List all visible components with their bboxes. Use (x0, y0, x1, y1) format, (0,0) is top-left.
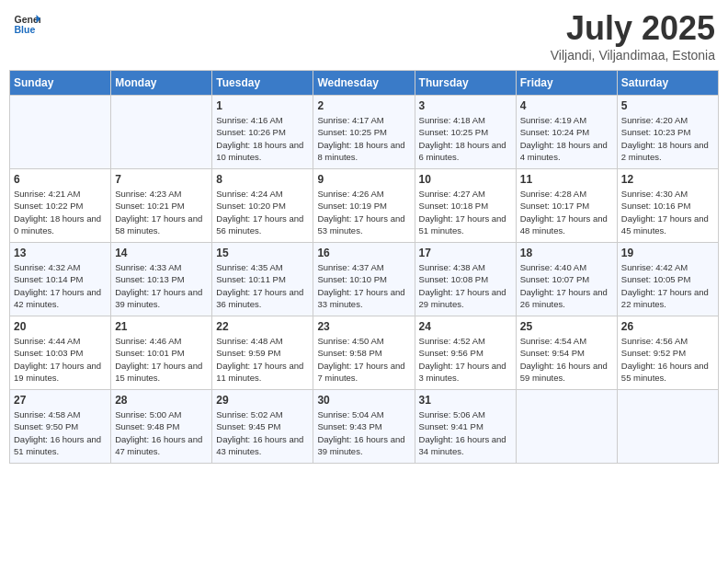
day-number: 29 (216, 394, 309, 407)
day-detail: Sunrise: 4:26 AM Sunset: 10:19 PM Daylig… (317, 188, 410, 236)
calendar-cell: 26Sunrise: 4:56 AM Sunset: 9:52 PM Dayli… (617, 316, 718, 390)
page-header: General Blue July 2025 Viljandi, Viljand… (9, 9, 719, 63)
calendar-week-4: 20Sunrise: 4:44 AM Sunset: 10:03 PM Dayl… (10, 316, 719, 390)
day-number: 12 (621, 173, 714, 186)
calendar-cell: 16Sunrise: 4:37 AM Sunset: 10:10 PM Dayl… (313, 243, 415, 316)
calendar-body: 1Sunrise: 4:16 AM Sunset: 10:26 PM Dayli… (10, 96, 719, 464)
calendar-week-1: 1Sunrise: 4:16 AM Sunset: 10:26 PM Dayli… (10, 96, 719, 169)
calendar-cell: 20Sunrise: 4:44 AM Sunset: 10:03 PM Dayl… (10, 316, 111, 390)
day-number: 11 (520, 173, 613, 186)
calendar-cell: 29Sunrise: 5:02 AM Sunset: 9:45 PM Dayli… (212, 390, 313, 464)
calendar-cell: 21Sunrise: 4:46 AM Sunset: 10:01 PM Dayl… (111, 316, 212, 390)
calendar-cell: 28Sunrise: 5:00 AM Sunset: 9:48 PM Dayli… (111, 390, 212, 464)
day-number: 21 (115, 320, 208, 333)
day-number: 20 (14, 320, 107, 333)
calendar-cell: 23Sunrise: 4:50 AM Sunset: 9:58 PM Dayli… (313, 316, 415, 390)
calendar-cell: 3Sunrise: 4:18 AM Sunset: 10:25 PM Dayli… (415, 96, 516, 169)
calendar-cell: 1Sunrise: 4:16 AM Sunset: 10:26 PM Dayli… (212, 96, 313, 169)
day-number: 15 (216, 247, 309, 259)
calendar-cell: 15Sunrise: 4:35 AM Sunset: 10:11 PM Dayl… (212, 243, 313, 316)
calendar-cell: 7Sunrise: 4:23 AM Sunset: 10:21 PM Dayli… (111, 169, 212, 243)
calendar-header-row: SundayMondayTuesdayWednesdayThursdayFrid… (10, 71, 719, 96)
day-detail: Sunrise: 4:58 AM Sunset: 9:50 PM Dayligh… (14, 408, 107, 457)
calendar-cell (617, 390, 718, 464)
day-number: 31 (419, 394, 512, 407)
calendar-cell: 17Sunrise: 4:38 AM Sunset: 10:08 PM Dayl… (415, 243, 516, 316)
day-number: 8 (216, 173, 309, 186)
day-number: 9 (317, 173, 410, 186)
day-detail: Sunrise: 4:21 AM Sunset: 10:22 PM Daylig… (14, 188, 107, 236)
day-detail: Sunrise: 4:19 AM Sunset: 10:24 PM Daylig… (520, 114, 613, 163)
calendar-cell: 25Sunrise: 4:54 AM Sunset: 9:54 PM Dayli… (516, 316, 617, 390)
calendar-week-5: 27Sunrise: 4:58 AM Sunset: 9:50 PM Dayli… (10, 390, 719, 464)
title-block: July 2025 Viljandi, Viljandimaa, Estonia (551, 9, 715, 63)
day-number: 6 (14, 173, 107, 186)
logo: General Blue (13, 9, 40, 37)
day-number: 14 (115, 247, 208, 259)
day-number: 24 (419, 320, 512, 333)
day-detail: Sunrise: 4:24 AM Sunset: 10:20 PM Daylig… (216, 188, 309, 236)
calendar-cell: 9Sunrise: 4:26 AM Sunset: 10:19 PM Dayli… (313, 169, 415, 243)
calendar-cell: 4Sunrise: 4:19 AM Sunset: 10:24 PM Dayli… (516, 96, 617, 169)
day-number: 17 (419, 247, 512, 259)
day-number: 16 (317, 247, 410, 259)
column-header-tuesday: Tuesday (212, 71, 313, 96)
day-detail: Sunrise: 4:54 AM Sunset: 9:54 PM Dayligh… (520, 335, 613, 384)
subtitle: Viljandi, Viljandimaa, Estonia (551, 48, 715, 63)
day-number: 30 (317, 394, 410, 407)
calendar-cell (516, 390, 617, 464)
day-detail: Sunrise: 4:48 AM Sunset: 9:59 PM Dayligh… (216, 335, 309, 384)
day-number: 3 (419, 99, 512, 112)
day-number: 13 (14, 247, 107, 259)
svg-text:Blue: Blue (15, 24, 36, 35)
day-detail: Sunrise: 4:50 AM Sunset: 9:58 PM Dayligh… (317, 335, 410, 384)
calendar-cell: 6Sunrise: 4:21 AM Sunset: 10:22 PM Dayli… (10, 169, 111, 243)
calendar-week-3: 13Sunrise: 4:32 AM Sunset: 10:14 PM Dayl… (10, 243, 719, 316)
day-detail: Sunrise: 4:52 AM Sunset: 9:56 PM Dayligh… (419, 335, 512, 384)
day-detail: Sunrise: 5:04 AM Sunset: 9:43 PM Dayligh… (317, 408, 410, 457)
day-number: 22 (216, 320, 309, 333)
day-detail: Sunrise: 4:56 AM Sunset: 9:52 PM Dayligh… (621, 335, 714, 384)
calendar-cell: 22Sunrise: 4:48 AM Sunset: 9:59 PM Dayli… (212, 316, 313, 390)
day-detail: Sunrise: 4:37 AM Sunset: 10:10 PM Daylig… (317, 261, 410, 310)
calendar-cell: 24Sunrise: 4:52 AM Sunset: 9:56 PM Dayli… (415, 316, 516, 390)
day-number: 25 (520, 320, 613, 333)
day-detail: Sunrise: 4:35 AM Sunset: 10:11 PM Daylig… (216, 261, 309, 310)
day-detail: Sunrise: 4:16 AM Sunset: 10:26 PM Daylig… (216, 114, 309, 163)
calendar-cell: 2Sunrise: 4:17 AM Sunset: 10:25 PM Dayli… (313, 96, 415, 169)
day-detail: Sunrise: 4:23 AM Sunset: 10:21 PM Daylig… (115, 188, 208, 236)
day-number: 10 (419, 173, 512, 186)
day-detail: Sunrise: 5:00 AM Sunset: 9:48 PM Dayligh… (115, 408, 208, 457)
day-number: 18 (520, 247, 613, 259)
column-header-saturday: Saturday (617, 71, 718, 96)
day-detail: Sunrise: 4:20 AM Sunset: 10:23 PM Daylig… (621, 114, 714, 163)
calendar-cell (111, 96, 212, 169)
calendar-cell: 14Sunrise: 4:33 AM Sunset: 10:13 PM Dayl… (111, 243, 212, 316)
column-header-friday: Friday (516, 71, 617, 96)
calendar-week-2: 6Sunrise: 4:21 AM Sunset: 10:22 PM Dayli… (10, 169, 719, 243)
day-detail: Sunrise: 5:02 AM Sunset: 9:45 PM Dayligh… (216, 408, 309, 457)
day-detail: Sunrise: 4:18 AM Sunset: 10:25 PM Daylig… (419, 114, 512, 163)
day-detail: Sunrise: 4:28 AM Sunset: 10:17 PM Daylig… (520, 188, 613, 236)
day-number: 2 (317, 99, 410, 112)
calendar-cell: 5Sunrise: 4:20 AM Sunset: 10:23 PM Dayli… (617, 96, 718, 169)
day-detail: Sunrise: 4:32 AM Sunset: 10:14 PM Daylig… (14, 261, 107, 310)
calendar-cell: 18Sunrise: 4:40 AM Sunset: 10:07 PM Dayl… (516, 243, 617, 316)
day-number: 5 (621, 99, 714, 112)
day-detail: Sunrise: 4:40 AM Sunset: 10:07 PM Daylig… (520, 261, 613, 310)
day-detail: Sunrise: 4:38 AM Sunset: 10:08 PM Daylig… (419, 261, 512, 310)
column-header-sunday: Sunday (10, 71, 111, 96)
day-number: 26 (621, 320, 714, 333)
calendar-cell: 11Sunrise: 4:28 AM Sunset: 10:17 PM Dayl… (516, 169, 617, 243)
day-number: 1 (216, 99, 309, 112)
column-header-thursday: Thursday (415, 71, 516, 96)
day-detail: Sunrise: 4:42 AM Sunset: 10:05 PM Daylig… (621, 261, 714, 310)
calendar-cell: 31Sunrise: 5:06 AM Sunset: 9:41 PM Dayli… (415, 390, 516, 464)
logo-icon: General Blue (13, 9, 40, 37)
calendar-cell: 19Sunrise: 4:42 AM Sunset: 10:05 PM Dayl… (617, 243, 718, 316)
calendar-cell: 10Sunrise: 4:27 AM Sunset: 10:18 PM Dayl… (415, 169, 516, 243)
day-detail: Sunrise: 5:06 AM Sunset: 9:41 PM Dayligh… (419, 408, 512, 457)
calendar-cell: 12Sunrise: 4:30 AM Sunset: 10:16 PM Dayl… (617, 169, 718, 243)
day-number: 28 (115, 394, 208, 407)
column-header-monday: Monday (111, 71, 212, 96)
